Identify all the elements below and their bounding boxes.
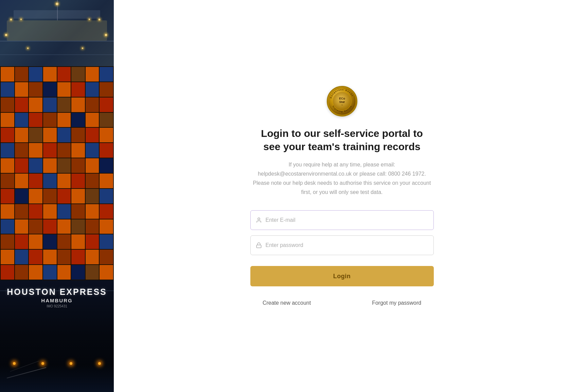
ship-light [99,19,100,20]
ship-superstructure [0,0,114,66]
ship-light [27,48,29,49]
svg-rect-9 [256,245,261,248]
ship-light [89,19,90,20]
ship-containers [0,66,114,280]
ship-light [82,48,83,49]
ship-light [5,34,7,36]
ship-light [105,34,107,36]
svg-point-8 [258,218,260,220]
svg-text:Star: Star [339,100,345,104]
ship-name-main: HOUSTON EXPRESS [7,287,107,297]
dock-light [41,362,44,365]
dock-light [70,362,72,365]
login-form: Login [250,210,434,286]
svg-text:ECo: ECo [339,97,345,100]
email-input[interactable] [250,210,434,230]
right-panel-login: Dangerous Goods Training Online ECo Star… [114,0,570,392]
password-input[interactable] [250,235,434,255]
logo-container: Dangerous Goods Training Online ECo Star… [327,86,357,117]
ship-light [20,19,22,20]
help-text: If you require help at any time, please … [250,160,434,197]
left-panel-ship-image: HOUSTON EXPRESS HAMBURG IMO 9225431 [0,0,114,392]
dock-lights [0,362,114,365]
footer-links: Create new account Forgot my password [250,300,434,306]
page-title: Login to our self-service portal to see … [261,127,423,153]
svg-text:™: ™ [341,104,343,106]
forgot-password-link[interactable]: Forgot my password [372,300,421,306]
ship-light [10,19,12,20]
email-input-group [250,210,434,230]
create-account-link[interactable]: Create new account [263,300,311,306]
dock-light [13,362,16,365]
lock-icon [256,242,262,248]
ship-bottom: HOUSTON EXPRESS HAMBURG IMO 9225431 [0,280,114,392]
dock-light [98,362,101,365]
ship-name-city: HAMBURG [7,298,107,303]
logo: Dangerous Goods Training Online ECo Star… [327,86,357,117]
user-icon [256,217,262,223]
login-button[interactable]: Login [250,266,434,286]
ship-imo: IMO 9225431 [7,304,107,308]
logo-svg: Dangerous Goods Training Online ECo Star… [328,87,356,116]
password-input-group [250,235,434,255]
